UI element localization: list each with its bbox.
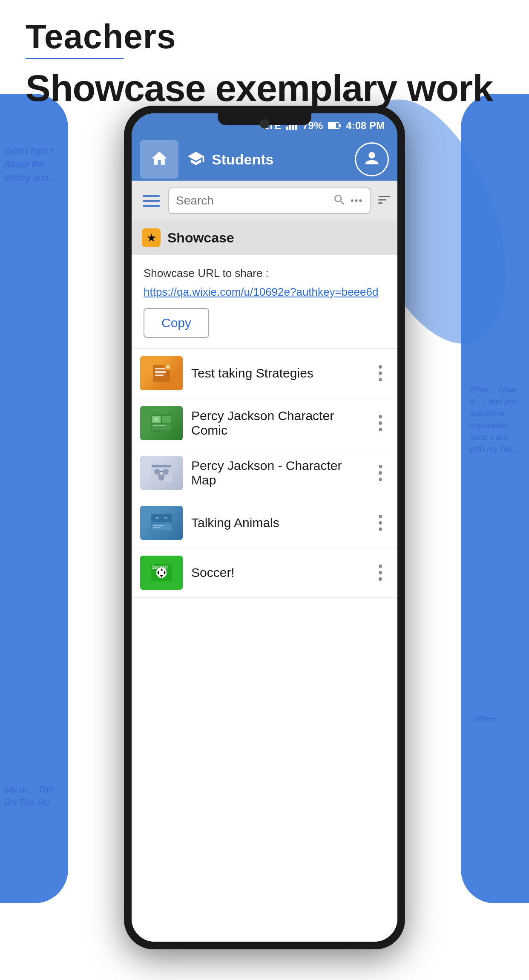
profile-button[interactable] — [355, 142, 389, 176]
item-title-3: Percy Jackson - Character Map — [191, 458, 363, 487]
svg-point-22 — [154, 469, 160, 475]
bg-text-2: My ur... The Ro The Ro — [4, 783, 60, 810]
item-thumbnail-1: A — [140, 356, 183, 390]
bg-decoration-left — [0, 94, 68, 903]
menu-dot — [379, 415, 382, 418]
svg-rect-10 — [155, 371, 166, 373]
sort-button[interactable] — [377, 190, 392, 212]
search-icon — [333, 193, 346, 208]
profile-icon — [362, 149, 382, 170]
thumb-inner-2 — [142, 408, 181, 438]
search-input-wrapper[interactable]: ••• — [168, 187, 371, 214]
item-menu-2[interactable] — [372, 410, 389, 436]
item-title-2: Percy Jackson Character Comic — [191, 409, 363, 438]
item-thumbnail-5: Soccer! — [140, 556, 183, 590]
battery-icon — [328, 122, 341, 130]
showcase-title: Showcase — [167, 230, 234, 246]
thumb-inner-1: A — [142, 358, 181, 388]
bg-text-4: White... — [474, 712, 525, 724]
menu-dot — [379, 565, 382, 568]
menu-dot — [379, 521, 382, 525]
page-title: Showcase exemplary work — [26, 68, 493, 109]
showcase-star-icon: ★ — [142, 228, 161, 247]
svg-text:Soccer!: Soccer! — [152, 565, 168, 570]
showcase-header: ★ Showcase — [132, 221, 397, 255]
item-menu-4[interactable] — [372, 510, 389, 536]
graduation-icon — [187, 150, 205, 169]
svg-rect-11 — [155, 375, 164, 376]
menu-dot — [379, 577, 382, 581]
svg-rect-29 — [151, 514, 172, 522]
menu-dot — [379, 515, 382, 518]
menu-dot — [379, 478, 382, 481]
svg-point-18 — [154, 417, 158, 421]
bg-text-3: What... How d... I feel you scared re se… — [469, 383, 525, 455]
item-menu-5[interactable] — [372, 560, 389, 585]
svg-text:A: A — [166, 365, 169, 369]
students-label: Students — [212, 151, 273, 168]
header-underline — [26, 58, 124, 59]
item-title-5: Soccer! — [191, 565, 363, 580]
list-item[interactable]: Soccer! Soccer! — [132, 548, 397, 598]
showcase-url[interactable]: https://qa.wixie.com/u/10692e?authkey=be… — [144, 284, 385, 300]
item-thumbnail-3 — [140, 456, 183, 490]
search-input[interactable] — [176, 194, 328, 208]
item-title-1: Test taking Strategies — [191, 366, 363, 380]
svg-point-7 — [368, 152, 375, 159]
menu-dot — [379, 378, 382, 381]
item-title-4: Talking Animals — [191, 516, 363, 530]
menu-dot — [379, 471, 382, 475]
page-header: Teachers Showcase exemplary work — [26, 17, 493, 109]
item-menu-3[interactable] — [372, 460, 389, 486]
thumb-inner-3 — [142, 458, 181, 488]
svg-rect-19 — [153, 425, 166, 426]
more-options-dots[interactable]: ••• — [351, 195, 363, 206]
home-button[interactable] — [140, 140, 178, 179]
menu-dot — [379, 365, 382, 369]
svg-rect-16 — [162, 416, 171, 423]
svg-rect-6 — [339, 124, 341, 127]
item-menu-1[interactable] — [372, 360, 389, 386]
svg-rect-21 — [152, 465, 171, 467]
list-item[interactable]: Percy Jackson - Character Map — [132, 448, 397, 498]
menu-button[interactable] — [140, 190, 162, 212]
thumb-inner-4 — [142, 508, 181, 538]
bg-text-1: Didn't fight? About the strong and... — [4, 145, 64, 184]
list-item[interactable]: Talking Animals — [132, 498, 397, 548]
phone-camera — [260, 119, 269, 129]
url-label: Showcase URL to share : — [144, 267, 385, 280]
menu-dot — [379, 465, 382, 468]
phone-screen: LTE 79% 4:08 PM — [132, 113, 397, 942]
phone-device: LTE 79% 4:08 PM — [124, 106, 405, 949]
svg-rect-0 — [286, 127, 288, 130]
item-thumbnail-2 — [140, 406, 183, 440]
list-item[interactable]: Percy Jackson Character Comic — [132, 398, 397, 448]
menu-dot — [379, 421, 382, 425]
hamburger-line-3 — [143, 205, 160, 207]
svg-rect-31 — [153, 525, 164, 526]
search-area: ••• — [132, 181, 397, 221]
list-container: A Test taking Strategies — [132, 349, 397, 942]
top-nav: Students — [132, 138, 397, 181]
home-icon — [150, 149, 169, 170]
svg-point-23 — [163, 469, 169, 475]
url-section: Showcase URL to share : https://qa.wixie… — [132, 255, 397, 349]
menu-dot — [379, 428, 382, 431]
thumb-inner-5: Soccer! — [142, 558, 181, 588]
students-section: Students — [178, 150, 355, 169]
hamburger-line-2 — [143, 200, 160, 202]
list-item[interactable]: A Test taking Strategies — [132, 349, 397, 398]
time-display: 4:08 PM — [346, 120, 385, 132]
svg-rect-32 — [153, 527, 161, 528]
sort-icon — [377, 192, 392, 209]
menu-dot — [379, 527, 382, 531]
svg-rect-5 — [328, 123, 336, 128]
menu-dot — [379, 571, 382, 574]
menu-dot — [379, 372, 382, 375]
copy-button[interactable]: Copy — [144, 308, 209, 338]
page-category: Teachers — [26, 17, 493, 56]
item-thumbnail-4 — [140, 506, 183, 540]
star-symbol: ★ — [147, 231, 156, 245]
svg-rect-1 — [289, 125, 291, 130]
hamburger-line-1 — [143, 195, 160, 197]
